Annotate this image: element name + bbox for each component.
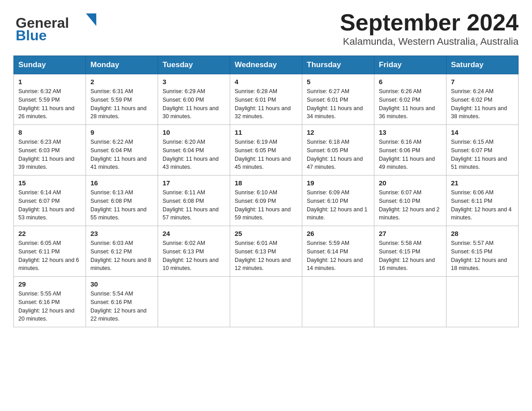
- day-info: Sunrise: 6:27 AMSunset: 6:01 PMDaylight:…: [307, 87, 369, 121]
- day-number: 30: [90, 280, 153, 288]
- calendar-cell: 1Sunrise: 6:32 AMSunset: 5:59 PMDaylight…: [14, 74, 86, 125]
- page-header: General Blue September 2024 Kalamunda, W…: [13, 9, 519, 47]
- day-info: Sunrise: 6:15 AMSunset: 6:07 PMDaylight:…: [451, 138, 514, 171]
- calendar-cell: 30Sunrise: 5:54 AMSunset: 6:16 PMDayligh…: [86, 277, 158, 327]
- calendar-cell: 23Sunrise: 6:03 AMSunset: 6:12 PMDayligh…: [86, 226, 158, 277]
- day-number: 16: [90, 179, 153, 187]
- day-info: Sunrise: 6:05 AMSunset: 6:11 PMDaylight:…: [18, 239, 81, 273]
- day-number: 22: [18, 230, 81, 237]
- day-number: 14: [451, 128, 514, 136]
- day-info: Sunrise: 6:02 AMSunset: 6:13 PMDaylight:…: [163, 239, 225, 273]
- page-subtitle: Kalamunda, Western Australia, Australia: [340, 36, 519, 47]
- day-info: Sunrise: 6:13 AMSunset: 6:08 PMDaylight:…: [90, 188, 153, 222]
- calendar-cell: 11Sunrise: 6:19 AMSunset: 6:05 PMDayligh…: [230, 125, 302, 176]
- calendar-cell: 17Sunrise: 6:11 AMSunset: 6:08 PMDayligh…: [158, 176, 230, 226]
- calendar-cell: 3Sunrise: 6:29 AMSunset: 6:00 PMDaylight…: [158, 74, 230, 125]
- day-number: 8: [18, 128, 81, 136]
- day-info: Sunrise: 6:26 AMSunset: 6:02 PMDaylight:…: [379, 87, 442, 121]
- calendar-cell: 28Sunrise: 5:57 AMSunset: 6:15 PMDayligh…: [446, 226, 519, 277]
- col-sunday: Sunday: [14, 56, 86, 74]
- calendar-body: 1Sunrise: 6:32 AMSunset: 5:59 PMDaylight…: [14, 74, 519, 327]
- calendar-week-4: 22Sunrise: 6:05 AMSunset: 6:11 PMDayligh…: [14, 226, 519, 277]
- day-info: Sunrise: 6:28 AMSunset: 6:01 PMDaylight:…: [235, 87, 297, 121]
- calendar-cell: 16Sunrise: 6:13 AMSunset: 6:08 PMDayligh…: [86, 176, 158, 226]
- calendar-cell: 21Sunrise: 6:06 AMSunset: 6:11 PMDayligh…: [446, 176, 519, 226]
- logo: General Blue: [13, 9, 96, 44]
- calendar-cell: [374, 277, 446, 327]
- day-number: 21: [451, 179, 514, 187]
- header-row: Sunday Monday Tuesday Wednesday Thursday…: [14, 56, 519, 74]
- col-saturday: Saturday: [446, 56, 519, 74]
- calendar-cell: [230, 277, 302, 327]
- day-info: Sunrise: 6:18 AMSunset: 6:05 PMDaylight:…: [307, 138, 369, 171]
- day-info: Sunrise: 6:03 AMSunset: 6:12 PMDaylight:…: [90, 239, 153, 273]
- calendar-cell: 14Sunrise: 6:15 AMSunset: 6:07 PMDayligh…: [446, 125, 519, 176]
- calendar-cell: 25Sunrise: 6:01 AMSunset: 6:13 PMDayligh…: [230, 226, 302, 277]
- day-number: 15: [18, 179, 81, 187]
- calendar-cell: 29Sunrise: 5:55 AMSunset: 6:16 PMDayligh…: [14, 277, 86, 327]
- calendar-cell: 5Sunrise: 6:27 AMSunset: 6:01 PMDaylight…: [302, 74, 374, 125]
- day-info: Sunrise: 5:57 AMSunset: 6:15 PMDaylight:…: [451, 239, 514, 273]
- calendar-cell: 4Sunrise: 6:28 AMSunset: 6:01 PMDaylight…: [230, 74, 302, 125]
- day-number: 2: [90, 78, 153, 86]
- day-number: 1: [18, 78, 81, 86]
- calendar-cell: 8Sunrise: 6:23 AMSunset: 6:03 PMDaylight…: [14, 125, 86, 176]
- day-number: 26: [307, 230, 369, 237]
- day-info: Sunrise: 5:58 AMSunset: 6:15 PMDaylight:…: [379, 239, 442, 273]
- calendar-cell: 10Sunrise: 6:20 AMSunset: 6:04 PMDayligh…: [158, 125, 230, 176]
- col-monday: Monday: [86, 56, 158, 74]
- svg-marker-1: [86, 13, 96, 26]
- title-block: September 2024 Kalamunda, Western Austra…: [340, 9, 519, 47]
- day-number: 23: [90, 230, 153, 237]
- page-title: September 2024: [340, 9, 519, 36]
- calendar-week-3: 15Sunrise: 6:14 AMSunset: 6:07 PMDayligh…: [14, 176, 519, 226]
- day-info: Sunrise: 6:23 AMSunset: 6:03 PMDaylight:…: [18, 138, 81, 171]
- day-info: Sunrise: 5:55 AMSunset: 6:16 PMDaylight:…: [18, 290, 81, 323]
- day-info: Sunrise: 6:11 AMSunset: 6:08 PMDaylight:…: [163, 188, 225, 222]
- day-number: 6: [379, 78, 442, 86]
- day-info: Sunrise: 5:54 AMSunset: 6:16 PMDaylight:…: [90, 290, 153, 323]
- calendar-header: Sunday Monday Tuesday Wednesday Thursday…: [14, 56, 519, 74]
- day-number: 27: [379, 230, 442, 237]
- day-info: Sunrise: 6:20 AMSunset: 6:04 PMDaylight:…: [163, 138, 225, 171]
- day-info: Sunrise: 6:32 AMSunset: 5:59 PMDaylight:…: [18, 87, 81, 121]
- day-info: Sunrise: 5:59 AMSunset: 6:14 PMDaylight:…: [307, 239, 369, 273]
- day-number: 17: [163, 179, 225, 187]
- day-info: Sunrise: 6:29 AMSunset: 6:00 PMDaylight:…: [163, 87, 225, 121]
- day-number: 18: [235, 179, 297, 187]
- day-info: Sunrise: 6:19 AMSunset: 6:05 PMDaylight:…: [235, 138, 297, 171]
- day-info: Sunrise: 6:06 AMSunset: 6:11 PMDaylight:…: [451, 188, 514, 222]
- day-number: 9: [90, 128, 153, 136]
- day-number: 20: [379, 179, 442, 187]
- svg-text:Blue: Blue: [16, 27, 47, 43]
- calendar-cell: 2Sunrise: 6:31 AMSunset: 5:59 PMDaylight…: [86, 74, 158, 125]
- day-info: Sunrise: 6:24 AMSunset: 6:02 PMDaylight:…: [451, 87, 514, 121]
- calendar-cell: 18Sunrise: 6:10 AMSunset: 6:09 PMDayligh…: [230, 176, 302, 226]
- day-info: Sunrise: 6:31 AMSunset: 5:59 PMDaylight:…: [90, 87, 153, 121]
- calendar-week-2: 8Sunrise: 6:23 AMSunset: 6:03 PMDaylight…: [14, 125, 519, 176]
- calendar-cell: [446, 277, 519, 327]
- calendar-cell: 19Sunrise: 6:09 AMSunset: 6:10 PMDayligh…: [302, 176, 374, 226]
- day-number: 12: [307, 128, 369, 136]
- calendar-cell: 15Sunrise: 6:14 AMSunset: 6:07 PMDayligh…: [14, 176, 86, 226]
- calendar-cell: 22Sunrise: 6:05 AMSunset: 6:11 PMDayligh…: [14, 226, 86, 277]
- day-number: 4: [235, 78, 297, 86]
- day-info: Sunrise: 6:09 AMSunset: 6:10 PMDaylight:…: [307, 188, 369, 222]
- day-number: 5: [307, 78, 369, 86]
- day-number: 7: [451, 78, 514, 86]
- calendar-table: Sunday Monday Tuesday Wednesday Thursday…: [13, 56, 519, 327]
- day-number: 3: [163, 78, 225, 86]
- calendar-cell: 24Sunrise: 6:02 AMSunset: 6:13 PMDayligh…: [158, 226, 230, 277]
- calendar-cell: 7Sunrise: 6:24 AMSunset: 6:02 PMDaylight…: [446, 74, 519, 125]
- calendar-cell: [302, 277, 374, 327]
- calendar-cell: [158, 277, 230, 327]
- logo-image: General Blue: [13, 9, 96, 44]
- col-thursday: Thursday: [302, 56, 374, 74]
- day-number: 13: [379, 128, 442, 136]
- calendar-cell: 13Sunrise: 6:16 AMSunset: 6:06 PMDayligh…: [374, 125, 446, 176]
- day-number: 28: [451, 230, 514, 237]
- day-info: Sunrise: 6:16 AMSunset: 6:06 PMDaylight:…: [379, 138, 442, 171]
- day-number: 19: [307, 179, 369, 187]
- calendar-week-5: 29Sunrise: 5:55 AMSunset: 6:16 PMDayligh…: [14, 277, 519, 327]
- calendar-cell: 20Sunrise: 6:07 AMSunset: 6:10 PMDayligh…: [374, 176, 446, 226]
